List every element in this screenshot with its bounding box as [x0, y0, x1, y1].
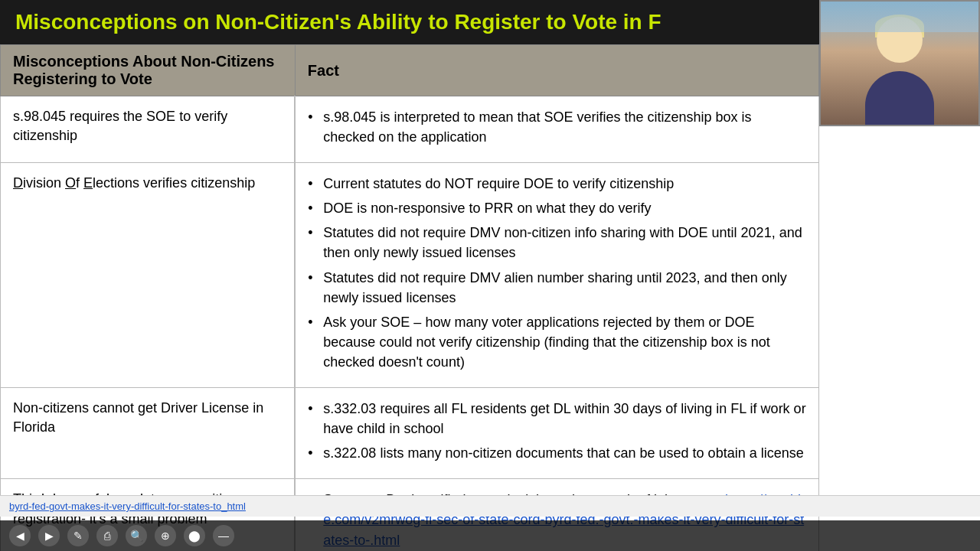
misconception-text: Non-citizens cannot get Driver License i… — [13, 400, 263, 435]
video-overlay — [819, 0, 980, 126]
table-row: Division Of Elections verifies citizensh… — [1, 163, 819, 388]
bottom-toolbar: ◀ ▶ ✎ ⎙ 🔍 ⊕ ⬤ — — [0, 520, 980, 551]
list-item: Ask your SOE – how many voter applicatio… — [308, 312, 806, 372]
forward-button[interactable]: ▶ — [38, 525, 60, 546]
search-button[interactable]: 🔍 — [126, 525, 147, 546]
title-bar: Misconceptions on Non-Citizen's Ability … — [0, 0, 819, 44]
list-item: s.98.045 is interpreted to mean that SOE… — [308, 107, 806, 147]
fact-cell: Current statutes do NOT require DOE to v… — [295, 163, 818, 388]
record-button[interactable]: ⬤ — [184, 525, 205, 546]
print-button[interactable]: ⎙ — [96, 525, 118, 546]
back-button[interactable]: ◀ — [9, 525, 31, 546]
misconception-text: Division Of Elections verifies citizensh… — [13, 175, 255, 191]
misconception-cell: Division Of Elections verifies citizensh… — [1, 163, 296, 388]
list-item: s.322.08 lists many non-citizen document… — [308, 443, 806, 463]
content-table: Misconceptions About Non-Citizens Regist… — [0, 44, 819, 551]
table-row: Non-citizens cannot get Driver License i… — [1, 388, 819, 479]
list-item: Statutes did not require DMV non-citizen… — [308, 223, 806, 262]
fact-cell: s.98.045 is interpreted to mean that SOE… — [295, 96, 818, 163]
misconception-cell: s.98.045 requires the SOE to verify citi… — [1, 96, 296, 163]
presentation-title: Misconceptions on Non-Citizen's Ability … — [15, 10, 662, 34]
url-bar: byrd-fed-govt-makes-it-very-difficult-fo… — [0, 495, 980, 517]
list-item: Statutes did not require DMV alien numbe… — [308, 268, 806, 308]
fact-cell: s.332.03 requires all FL residents get D… — [295, 388, 818, 479]
zoom-button[interactable]: ⊕ — [155, 525, 176, 546]
misconception-text: s.98.045 requires the SOE to verify citi… — [13, 109, 227, 143]
presenter-video — [821, 2, 978, 125]
list-item: Current statutes do NOT require DOE to v… — [308, 174, 806, 194]
table-row: s.98.045 requires the SOE to verify citi… — [1, 96, 819, 163]
list-item: DOE is non-responsive to PRR on what the… — [308, 198, 806, 218]
col2-header: Fact — [295, 45, 818, 96]
person-body — [865, 71, 934, 125]
minimize-button[interactable]: — — [213, 525, 234, 546]
misconception-cell: Non-citizens cannot get Driver License i… — [1, 388, 296, 479]
url-text: byrd-fed-govt-makes-it-very-difficult-fo… — [9, 500, 246, 512]
list-item: s.332.03 requires all FL residents get D… — [308, 399, 806, 439]
col1-header: Misconceptions About Non-Citizens Regist… — [1, 45, 296, 96]
edit-button[interactable]: ✎ — [67, 525, 89, 546]
